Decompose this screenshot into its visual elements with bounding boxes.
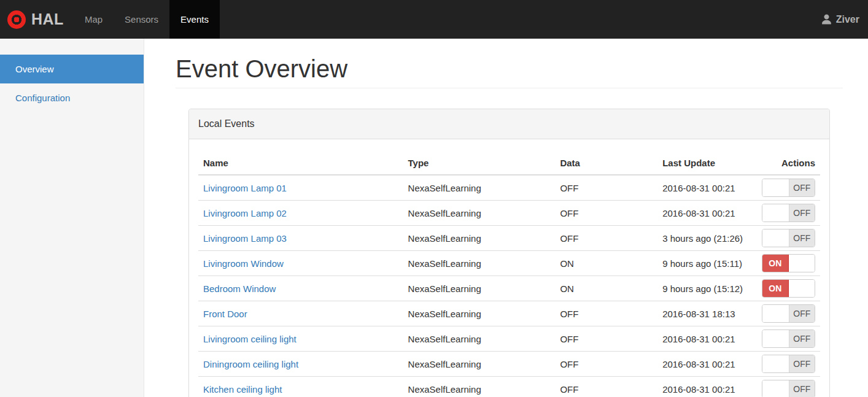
toggle-on-label: ON [762,280,789,297]
table-header-row: Name Type Data Last Update Actions [198,148,820,175]
event-type: NexaSelfLearning [403,226,556,251]
table-row: Diningroom ceiling lightNexaSelfLearning… [198,352,820,377]
event-type: NexaSelfLearning [403,301,556,326]
event-name-link[interactable]: Livingroom Lamp 01 [203,183,287,193]
toggle-knob [762,380,789,397]
event-data: OFF [555,352,657,377]
table-row: Livingroom ceiling lightNexaSelfLearning… [198,326,820,352]
hal-target-logo-icon [7,10,26,29]
toggle-knob [789,255,815,272]
toggle-knob [762,179,789,196]
event-name-link[interactable]: Kitchen ceiling light [203,384,282,395]
event-type: NexaSelfLearning [403,276,556,301]
toggle-knob [762,305,789,322]
nav-item-events[interactable]: Events [169,0,220,39]
event-name-link[interactable]: Front Door [203,309,247,319]
toggle-off-label: OFF [789,229,815,247]
power-toggle[interactable]: OFF [762,355,815,373]
sidebar-item-label: Configuration [15,93,70,103]
local-events-panel: Local Events Name Type Data Last Update … [188,109,830,397]
event-data: OFF [555,301,657,326]
power-toggle[interactable]: OFF [762,330,815,348]
event-last-update: 2016-08-31 00:21 [657,326,757,352]
user-name: Ziver [836,14,859,25]
event-type: NexaSelfLearning [403,326,556,352]
nav-item-label: Events [180,14,209,25]
toggle-off-label: OFF [789,305,815,322]
power-toggle[interactable]: OFF [762,204,815,222]
nav-item-label: Sensors [125,14,158,25]
toggle-off-label: OFF [789,179,815,196]
event-last-update: 3 hours ago (21:26) [657,226,757,251]
toggle-knob [762,355,789,372]
event-type: NexaSelfLearning [403,201,556,226]
event-name-link[interactable]: Livingroom ceiling light [203,334,296,344]
event-data: OFF [555,326,657,352]
sidebar-item-overview[interactable]: Overview [0,55,144,83]
toggle-off-label: OFF [789,330,815,347]
power-toggle[interactable]: ON [762,279,815,298]
main-content: Event Overview Local Events Name Type Da… [144,55,868,397]
event-data: OFF [555,201,657,226]
event-name-link[interactable]: Livingroom Lamp 03 [203,233,287,244]
event-data: ON [555,276,657,301]
toggle-knob [762,330,789,347]
power-toggle[interactable]: ON [762,254,815,272]
power-toggle[interactable]: OFF [762,179,815,197]
toggle-off-label: OFF [789,355,815,372]
event-name-link[interactable]: Livingroom Lamp 02 [203,208,287,218]
event-type: NexaSelfLearning [403,377,556,397]
nav-item-sensors[interactable]: Sensors [114,0,169,39]
panel-title: Local Events [189,109,829,139]
table-row: Livingroom Lamp 03NexaSelfLearningOFF3 h… [198,226,820,251]
brand-label: HAL [31,10,64,28]
event-name-link[interactable]: Bedroom Window [203,283,276,294]
sidebar: Overview Configuration [0,39,144,397]
top-navbar: HAL Map Sensors Events Ziver [0,0,868,39]
event-last-update: 2016-08-31 00:21 [657,377,757,397]
table-row: Livingroom Lamp 02NexaSelfLearningOFF201… [198,201,820,226]
column-header-last-update: Last Update [657,148,757,175]
event-name-link[interactable]: Diningroom ceiling light [203,359,298,369]
toggle-off-label: OFF [789,380,815,397]
power-toggle[interactable]: OFF [762,304,815,323]
sidebar-item-label: Overview [15,64,54,74]
toggle-off-label: OFF [789,204,815,222]
event-data: OFF [555,175,657,201]
event-type: NexaSelfLearning [403,352,556,377]
event-name-link[interactable]: Livingroom Window [203,258,284,269]
event-data: OFF [555,377,657,397]
local-events-tbody: Livingroom Lamp 01NexaSelfLearningOFF201… [198,175,820,397]
table-row: Livingroom WindowNexaSelfLearningON9 hou… [198,251,820,276]
toggle-on-label: ON [762,255,789,272]
nav-item-label: Map [85,14,103,25]
panel-body: Name Type Data Last Update Actions Livin… [189,139,829,397]
table-row: Kitchen ceiling lightNexaSelfLearningOFF… [198,377,820,397]
toggle-knob [789,280,815,297]
event-last-update: 2016-08-31 00:21 [657,352,757,377]
main-nav: Map Sensors Events [74,0,220,39]
column-header-name: Name [198,148,403,175]
sidebar-item-configuration[interactable]: Configuration [0,83,144,112]
column-header-data: Data [555,148,657,175]
table-row: Livingroom Lamp 01NexaSelfLearningOFF201… [198,175,820,201]
nav-item-map[interactable]: Map [74,0,114,39]
event-last-update: 2016-08-31 00:21 [657,175,757,201]
table-row: Front DoorNexaSelfLearningOFF2016-08-31 … [198,301,820,326]
power-toggle[interactable]: OFF [762,380,815,397]
event-data: OFF [555,226,657,251]
column-header-type: Type [403,148,556,175]
user-menu[interactable]: Ziver [812,0,868,39]
power-toggle[interactable]: OFF [762,229,815,247]
column-header-actions: Actions [757,148,820,175]
events-table: Name Type Data Last Update Actions Livin… [198,148,820,397]
event-type: NexaSelfLearning [403,251,556,276]
event-last-update: 9 hours ago (15:11) [657,251,757,276]
event-type: NexaSelfLearning [403,175,556,201]
event-last-update: 2016-08-31 18:13 [657,301,757,326]
event-last-update: 2016-08-31 00:21 [657,201,757,226]
page-header: Event Overview [144,55,868,88]
brand[interactable]: HAL [0,0,74,39]
toggle-knob [762,204,789,222]
event-data: ON [555,251,657,276]
